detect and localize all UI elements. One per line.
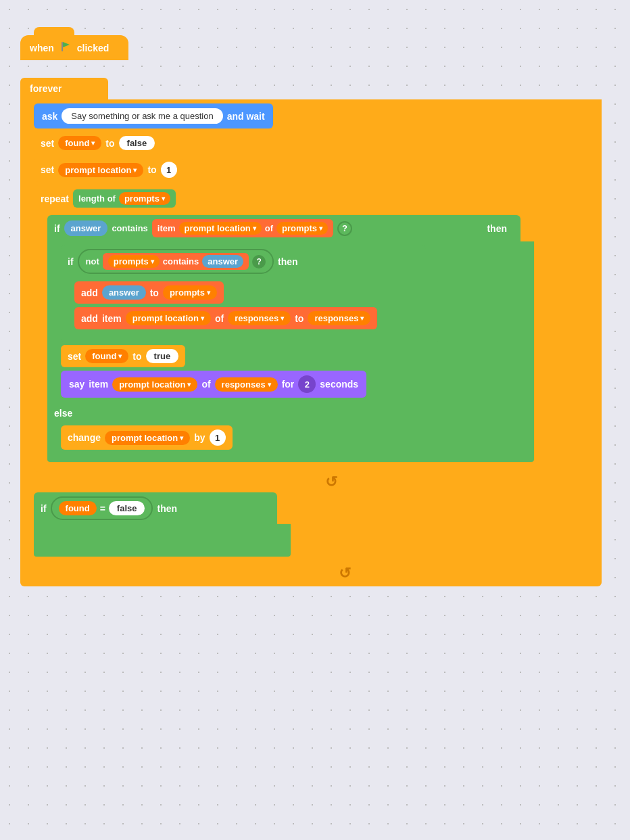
true-val-text: true <box>154 351 171 361</box>
if-inner-block[interactable]: if not prompts ▾ <box>61 245 439 342</box>
if-found-false-block[interactable]: if found = false then <box>34 492 291 557</box>
to5-label: to <box>132 351 141 362</box>
false-val2-text: false <box>117 503 137 513</box>
change-prompt-location-block[interactable]: change prompt location ▾ by 1 <box>61 425 233 450</box>
if-outer-block[interactable]: if answer contains item prompt location <box>47 215 534 462</box>
loop-arrow2: ↺ <box>339 565 351 582</box>
prompts-dropdown-repeat[interactable]: prompts ▾ <box>119 192 170 205</box>
else-label: else <box>47 404 534 422</box>
scratch-canvas: when clicked forever ask Say something o… <box>0 0 630 840</box>
prompt-location-var-text: prompt location <box>65 165 131 175</box>
found3-var-text: found <box>66 503 90 513</box>
length-of-block: length of prompts ▾ <box>73 189 176 208</box>
seconds-text: seconds <box>320 379 358 390</box>
answer-pill: answer <box>64 220 108 236</box>
ask-block[interactable]: ask Say something or ask me a question a… <box>34 103 273 129</box>
found-arrow: ▾ <box>91 139 95 147</box>
responses1-dropdown[interactable]: responses ▾ <box>228 311 291 325</box>
responses1-text: responses <box>235 313 278 323</box>
prompts4-dropdown[interactable]: prompts ▾ <box>163 285 217 300</box>
responses2-dropdown[interactable]: responses ▾ <box>308 311 370 325</box>
prompts2-text: prompts <box>282 223 317 233</box>
not-text: not <box>86 256 99 266</box>
prompt-location-arrow1: ▾ <box>133 166 137 174</box>
to1-label: to <box>105 138 114 149</box>
item2-text: item <box>102 313 122 324</box>
of3-text: of <box>201 379 210 390</box>
of1-text: of <box>265 223 273 233</box>
to4-text: to <box>295 313 304 324</box>
prompts3-text: prompts <box>114 256 149 266</box>
prompt-location-dropdown1[interactable]: prompt location ▾ <box>58 163 143 177</box>
forever-label: forever <box>30 83 62 94</box>
one-val2-circle: 1 <box>210 429 226 446</box>
found3-dropdown[interactable]: found <box>59 501 97 515</box>
answer2-pill: answer <box>202 255 243 268</box>
add1-label: add <box>81 287 98 298</box>
two-val-circle: 2 <box>298 375 316 393</box>
prompt-location-dropdown2[interactable]: prompt location ▾ <box>179 222 262 235</box>
two-val-text: 2 <box>305 379 310 390</box>
set-prompt-location-block[interactable]: set prompt location ▾ to 1 <box>34 158 184 182</box>
and-wait-label: and wait <box>227 111 265 122</box>
add-item-responses-block[interactable]: add item prompt location ▾ of r <box>74 307 377 329</box>
item-lbl-text: item <box>158 223 176 233</box>
if1-label: if <box>54 223 60 234</box>
if3-label: if <box>41 503 47 514</box>
responses3-dropdown[interactable]: responses ▾ <box>215 377 278 392</box>
then3-label: then <box>157 503 177 514</box>
clicked-label: clicked <box>77 43 109 53</box>
prompt-location3-text: prompt location <box>132 313 199 323</box>
then1-label: then <box>487 223 514 234</box>
repeat-label: repeat <box>41 193 69 204</box>
prompts3-dropdown[interactable]: prompts ▾ <box>108 255 160 268</box>
svg-rect-0 <box>62 42 63 51</box>
length-of-text: length of <box>78 193 116 204</box>
found2-var-text: found <box>92 351 116 361</box>
qmark1-circle: ? <box>337 221 352 236</box>
then2-label: then <box>278 256 298 267</box>
forever-block[interactable]: forever ask Say something or ask me a qu… <box>20 78 602 586</box>
found2-dropdown[interactable]: found ▾ <box>85 349 128 363</box>
prompt-location-dropdown5[interactable]: prompt location ▾ <box>105 431 190 445</box>
answer-lbl-text: answer <box>71 223 101 233</box>
item-prompt-location-block: item prompt location ▾ of prompts ▾ <box>152 219 333 237</box>
item3-text: item <box>89 379 108 390</box>
of2-text: of <box>215 313 224 324</box>
contains2-text: contains <box>163 256 199 266</box>
repeat-block[interactable]: repeat length of prompts ▾ if <box>34 185 561 472</box>
prompt-location-dropdown3[interactable]: prompt location ▾ <box>126 311 211 325</box>
responses2-text: responses <box>314 313 358 323</box>
true-val-pill: true <box>146 349 179 363</box>
say-block[interactable]: say item prompt location ▾ of responses … <box>61 371 366 398</box>
responses3-text: responses <box>222 379 266 390</box>
when-flag-clicked-block[interactable]: when clicked <box>20 35 128 60</box>
loop-arrow1: ↺ <box>34 472 602 492</box>
one-val2-text: 1 <box>215 433 220 443</box>
to3-label: to <box>150 287 159 298</box>
add2-label: add <box>81 313 98 324</box>
prompts-arrow-repeat: ▾ <box>162 195 165 202</box>
prompt-location4-text: prompt location <box>119 379 185 390</box>
false-val2-pill: false <box>109 501 145 515</box>
prompt-location2-text: prompt location <box>185 223 251 233</box>
set-found-block[interactable]: set found ▾ to false <box>34 132 162 154</box>
prompts2-dropdown[interactable]: prompts ▾ <box>276 222 328 235</box>
add-answer-to-prompts-block[interactable]: add answer to prompts ▾ <box>74 281 224 304</box>
set-found-true-block[interactable]: set found ▾ to true <box>61 345 185 367</box>
ask-prompt-pill: Say something or ask me a question <box>62 108 222 124</box>
not-block: not prompts ▾ contains <box>78 249 274 274</box>
prompt-location-dropdown4[interactable]: prompt location ▾ <box>112 377 197 392</box>
prompts-var-repeat-text: prompts <box>124 193 160 204</box>
flag-icon <box>59 41 72 55</box>
for-text: for <box>282 379 295 390</box>
found-dropdown[interactable]: found ▾ <box>58 136 101 150</box>
say-label: say <box>69 379 84 390</box>
ask-prompt-text: Say something or ask me a question <box>71 111 213 121</box>
prompts-contains-answer: prompts ▾ contains answer <box>103 253 249 270</box>
eq-text: = <box>100 503 105 514</box>
qmark2-circle: ? <box>252 255 266 269</box>
svg-marker-1 <box>63 42 70 47</box>
false-val-text: false <box>127 138 147 148</box>
answer3-pill: answer <box>102 285 146 300</box>
